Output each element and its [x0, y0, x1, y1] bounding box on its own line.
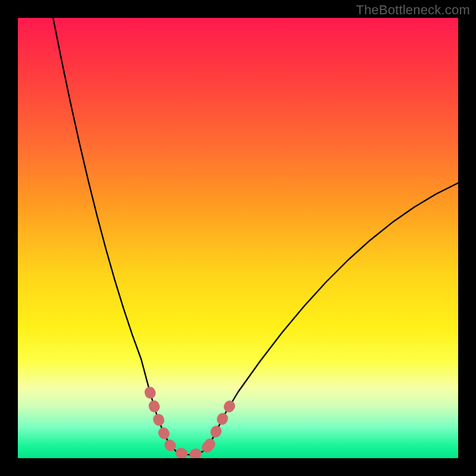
plot-area: [18, 18, 458, 458]
curve-layer: [18, 18, 458, 458]
watermark-text: TheBottleneck.com: [356, 2, 470, 18]
curve-right-branch: [209, 183, 458, 445]
highlight-valley-floor: [170, 445, 209, 455]
curve-left-branch: [53, 18, 170, 445]
chart-frame: TheBottleneck.com: [0, 0, 476, 476]
